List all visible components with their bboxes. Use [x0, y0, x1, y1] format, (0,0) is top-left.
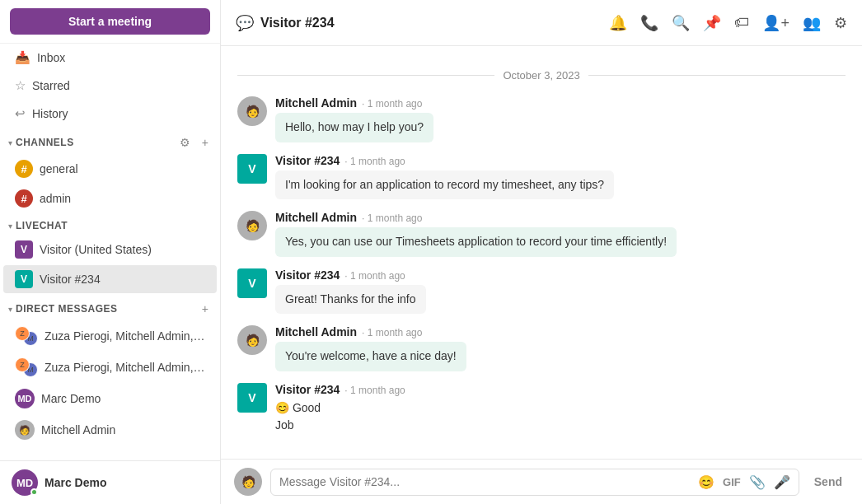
sidebar: Start a meeting 📥 Inbox ☆ Starred ↩ Hist…: [0, 0, 221, 504]
gif-icon[interactable]: GIF: [723, 476, 741, 488]
msg2-time: · 1 month ago: [344, 156, 405, 167]
channel-item-admin[interactable]: # admin: [3, 184, 217, 212]
send-button[interactable]: Send: [808, 472, 849, 492]
sidebar-inbox-label: Inbox: [37, 51, 65, 64]
channels-section-title: CHANNELS: [16, 137, 74, 148]
audio-icon[interactable]: 🎤: [774, 474, 790, 490]
marc-avatar: MD: [15, 389, 35, 408]
date-divider-text: October 3, 2023: [503, 69, 579, 82]
visitor-us-label: Visitor (United States): [40, 243, 152, 256]
msg4-bubble: Great! Thanks for the info: [275, 285, 426, 315]
inbox-icon: 📥: [15, 50, 30, 65]
pin-icon[interactable]: 📌: [703, 14, 721, 32]
search-icon[interactable]: 🔍: [672, 14, 690, 32]
msg6-time: · 1 month ago: [344, 385, 405, 396]
channels-actions: ⚙ +: [176, 134, 212, 151]
chat-header: 💬 Visitor #234 🔔 📞 🔍 📌 🏷 👤+ 👥 ⚙: [221, 0, 862, 46]
msg6-text: 😊 GoodJob: [275, 399, 846, 434]
msg4-avatar: V: [237, 268, 267, 298]
emoji-icon[interactable]: 😊: [698, 474, 714, 490]
dm-marc-label: Marc Demo: [41, 392, 101, 405]
channels-add-button[interactable]: +: [199, 134, 212, 151]
chat-body: October 3, 2023 🧑 Mitchell Admin · 1 mon…: [221, 46, 862, 459]
msg5-avatar: 🧑: [237, 325, 267, 355]
sidebar-starred-label: Starred: [32, 79, 70, 92]
sidebar-top: Start a meeting: [0, 0, 220, 44]
dm-item-group-2[interactable]: Z M Zuza Pierogi, Mitchell Admin, a...: [3, 352, 217, 382]
livechat-section-title: LIVECHAT: [16, 220, 68, 231]
admin-channel-icon: #: [15, 189, 33, 208]
livechat-chevron-icon: ▾: [8, 222, 12, 231]
chat-header-left: 💬 Visitor #234: [236, 14, 335, 32]
phone-icon[interactable]: 📞: [640, 14, 658, 32]
attachment-icon[interactable]: 📎: [749, 474, 766, 490]
dm-chevron-icon: ▾: [8, 305, 12, 314]
visitor-us-avatar: V: [15, 240, 33, 259]
msg2-bubble: I'm looking for an application to record…: [275, 170, 614, 200]
dm-section-toggle[interactable]: ▾ DIRECT MESSAGES: [8, 303, 118, 315]
message-group-3: 🧑 Mitchell Admin · 1 month ago Yes, you …: [237, 211, 846, 257]
dm-section-title: DIRECT MESSAGES: [16, 303, 118, 315]
notification-icon[interactable]: 🔔: [609, 14, 627, 32]
msg3-avatar: 🧑: [237, 211, 267, 240]
dm-item-mitchell[interactable]: 🧑 Mitchell Admin: [3, 415, 217, 445]
chat-footer: 🧑 😊 GIF 📎 🎤 Send: [221, 459, 862, 504]
channels-section-header: ▾ CHANNELS ⚙ +: [0, 128, 220, 154]
msg2-sender: Visitor #234: [275, 154, 340, 167]
team-icon[interactable]: 👥: [803, 14, 821, 32]
main-chat: 💬 Visitor #234 🔔 📞 🔍 📌 🏷 👤+ 👥 ⚙ October …: [221, 0, 862, 504]
channels-settings-button[interactable]: ⚙: [176, 134, 194, 151]
sidebar-item-starred[interactable]: ☆ Starred: [3, 72, 217, 99]
livechat-item-visitor-us[interactable]: V Visitor (United States): [3, 236, 217, 264]
channels-section-toggle[interactable]: ▾ CHANNELS: [8, 137, 74, 148]
footer-user-name: Marc Demo: [45, 476, 106, 489]
add-member-icon[interactable]: 👤+: [762, 14, 789, 32]
chat-input-wrap: 😊 GIF 📎 🎤: [270, 469, 799, 496]
msg5-bubble: You're welcome, have a nice day!: [275, 342, 466, 371]
channel-admin-label: admin: [40, 192, 71, 205]
chat-header-actions: 🔔 📞 🔍 📌 🏷 👤+ 👥 ⚙: [609, 14, 847, 32]
msg5-content: Mitchell Admin · 1 month ago You're welc…: [275, 325, 846, 371]
visitor-234-avatar: V: [15, 270, 33, 288]
msg4-time: · 1 month ago: [344, 270, 405, 282]
msg3-header: Mitchell Admin · 1 month ago: [275, 211, 846, 224]
sidebar-footer[interactable]: MD Marc Demo: [0, 460, 220, 504]
message-input[interactable]: [279, 475, 698, 488]
msg2-header: Visitor #234 · 1 month ago: [275, 154, 846, 167]
msg6-content: Visitor #234 · 1 month ago 😊 GoodJob: [275, 383, 846, 434]
date-line-left: [237, 75, 494, 76]
start-meeting-button[interactable]: Start a meeting: [10, 8, 210, 35]
dm-add-button[interactable]: +: [199, 301, 212, 317]
sidebar-history-label: History: [32, 107, 68, 120]
sidebar-item-history[interactable]: ↩ History: [3, 100, 217, 127]
dm-item-marc[interactable]: MD Marc Demo: [3, 384, 217, 413]
msg6-sender: Visitor #234: [275, 383, 340, 396]
msg4-sender: Visitor #234: [275, 268, 340, 282]
general-channel-icon: #: [15, 160, 33, 178]
channel-item-general[interactable]: # general: [3, 155, 217, 183]
msg3-sender: Mitchell Admin: [275, 211, 357, 224]
msg5-sender: Mitchell Admin: [275, 325, 357, 338]
dm-group-1-avatar: Z M: [15, 326, 38, 346]
history-icon: ↩: [15, 106, 26, 121]
msg3-bubble: Yes, you can use our Timesheets applicat…: [275, 227, 677, 257]
msg1-bubble: Hello, how may I help you?: [275, 113, 433, 142]
msg5-time: · 1 month ago: [362, 327, 422, 338]
dm-item-group-1[interactable]: Z M Zuza Pierogi, Mitchell Admin, a...: [3, 321, 217, 351]
livechat-section-toggle[interactable]: ▾ LIVECHAT: [8, 220, 68, 231]
msg1-sender: Mitchell Admin: [275, 96, 357, 110]
settings-icon[interactable]: ⚙: [834, 14, 847, 32]
msg2-content: Visitor #234 · 1 month ago I'm looking f…: [275, 154, 846, 200]
message-group-6: V Visitor #234 · 1 month ago 😊 GoodJob: [237, 383, 846, 434]
dm-group-2-label: Zuza Pierogi, Mitchell Admin, a...: [45, 361, 205, 374]
sidebar-item-inbox[interactable]: 📥 Inbox: [3, 44, 217, 71]
dm-section-header: ▾ DIRECT MESSAGES +: [0, 294, 220, 320]
message-group-4: V Visitor #234 · 1 month ago Great! Than…: [237, 268, 846, 315]
footer-user-avatar: MD: [12, 469, 38, 496]
livechat-section-header: ▾ LIVECHAT: [0, 213, 220, 235]
footer-avatar-initials: MD: [16, 477, 33, 489]
msg1-avatar: 🧑: [237, 96, 267, 126]
tag-icon[interactable]: 🏷: [734, 14, 749, 31]
livechat-item-visitor-234[interactable]: V Visitor #234: [3, 265, 217, 293]
dm-group-2-avatar: Z M: [15, 357, 38, 377]
